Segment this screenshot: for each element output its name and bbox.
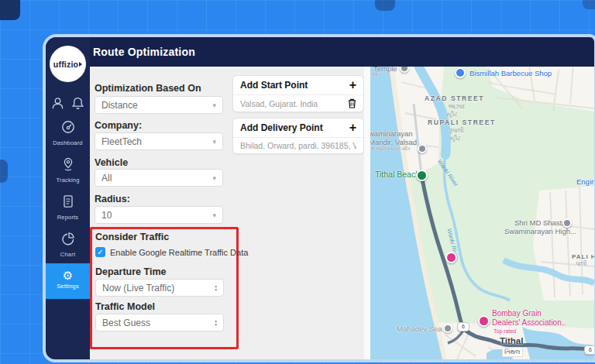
chevron-down-icon: ▾	[212, 211, 216, 219]
up-down-arrows-icon: ▴▾	[215, 284, 217, 291]
background-decor-square	[375, 0, 395, 11]
app-logo[interactable]: uffizio	[50, 46, 86, 82]
map-label-bombay-grain[interactable]: Bombay Grain	[492, 309, 542, 318]
map-label-azad-street-gujarati: આઝાદ	[448, 103, 466, 111]
radius-select-value: 10	[101, 210, 112, 221]
logo-text: uffizio	[53, 60, 78, 69]
add-delivery-point-button[interactable]: +	[349, 122, 356, 134]
vehicle-select[interactable]: All ▾	[95, 169, 223, 187]
sidebar-item-chart[interactable]: Chart	[46, 231, 90, 258]
chevron-down-icon: ▾	[212, 174, 216, 182]
traffic-model-select[interactable]: Best Guess ▴▾	[95, 314, 224, 331]
sidebar-item-reports[interactable]: Reports	[46, 194, 90, 221]
map-label-bombay-grain[interactable]: Dealers' Association..	[492, 318, 566, 327]
map-label-pali-gujarati: પાલી	[576, 260, 587, 268]
map-label-shri-md-shastri: Shri MD Shastri	[514, 218, 566, 227]
start-point-address: Valsad, Gujarat. India	[240, 99, 318, 108]
sidebar-item-label: Dashboard	[46, 139, 90, 146]
app-window: Route Optimization uffizio	[43, 34, 595, 362]
vehicle-select-value: All	[101, 173, 112, 184]
delivery-point-card: Add Delivery Point + Bhilad, Orward, par…	[232, 118, 364, 154]
company-select[interactable]: FleetTech ▾	[95, 132, 223, 150]
map-label-shri-md-shastri: Swaminarayan High...	[504, 227, 576, 235]
map-label-rupali-street-gujarati: સ્ટ્રીટ	[449, 135, 461, 143]
add-start-point-button[interactable]: +	[349, 79, 356, 91]
traffic-checkbox-row: ✓ Enable Google Realtime Traffic Data	[95, 247, 248, 257]
map-label-top-rated: Top rated	[494, 328, 516, 334]
company-label: Company:	[95, 120, 142, 131]
location-pin-icon	[60, 156, 76, 172]
map-label-swaminarayan-mandir-gujarati: શ્રી સ્વામિનારાયણ મંદિર	[370, 146, 411, 152]
background-decor-square	[0, 160, 8, 183]
speedometer-icon	[60, 119, 76, 135]
bell-icon[interactable]	[71, 96, 85, 111]
pie-chart-icon	[60, 231, 76, 246]
panel-edge	[364, 67, 370, 359]
start-point-title: Add Start Point	[240, 80, 308, 91]
user-icon[interactable]	[50, 96, 65, 111]
map-label-azad-street-gujarati: સ્ટ્રીટ	[446, 111, 458, 118]
company-select-value: FleetTech	[101, 136, 142, 147]
departure-time-select[interactable]: Now (Live Traffic) ▴▾	[95, 279, 224, 297]
document-icon	[60, 194, 76, 209]
sidebar: uffizio Dashboard	[46, 37, 90, 359]
radius-select[interactable]: 10 ▾	[95, 206, 223, 224]
start-point-card: Add Start Point + Valsad, Gujarat. India	[232, 75, 364, 112]
optimization-select[interactable]: Distance ▾	[95, 96, 223, 114]
map-label-azad-street: AZAD STREET	[425, 94, 484, 102]
desktop-background: Route Optimization uffizio	[0, 0, 595, 364]
background-decor-square	[0, 0, 20, 20]
sidebar-item-label: Settings	[46, 283, 90, 290]
traffic-model-label: Traffic Model	[95, 301, 155, 312]
sidebar-item-dashboard[interactable]: Dashboard	[46, 119, 90, 146]
map-marker-poi-pink[interactable]	[445, 252, 457, 263]
map-label-swaminarayan-mandir: Mandir, Valsad	[370, 138, 417, 146]
departure-time-label: Departure Time	[95, 266, 166, 277]
map-label-mahadev-sea: Mahadev Sea	[397, 325, 442, 333]
map-label-swaminarayan-mandir: waminarayan	[370, 129, 413, 138]
sidebar-item-settings[interactable]: ⚙ Settings	[46, 263, 90, 299]
sidebar-item-label: Reports	[46, 214, 90, 221]
map-marker-bombay-grain[interactable]	[478, 315, 490, 327]
map-label-bismillah-barbecue-shop[interactable]: Bismillah Barbecue Shop	[469, 69, 552, 77]
sidebar-item-label: Tracking	[46, 177, 90, 184]
background-decor-square	[583, 0, 595, 9]
map-label-tithal-town-gujarati: તિથલ	[502, 347, 523, 357]
check-icon: ✓	[97, 248, 103, 256]
map-label-tithal-town: Tithal	[500, 336, 523, 345]
radius-label: Radius:	[95, 194, 130, 204]
optimization-label: Optimization Based On	[95, 83, 201, 94]
vehicle-label: Vehicle	[95, 157, 128, 168]
gear-icon: ⚙	[46, 270, 90, 281]
route-shield-icon: 6	[457, 322, 469, 331]
map-marker-bismillah[interactable]	[455, 67, 466, 78]
traffic-checkbox[interactable]: ✓	[95, 247, 105, 257]
logo-arrow-icon	[79, 62, 82, 67]
map-marker-route-start[interactable]	[416, 170, 428, 181]
sidebar-item-tracking[interactable]: Tracking	[46, 156, 90, 184]
map-label-tithal-beach[interactable]: Tithal Beach	[375, 170, 420, 179]
departure-time-select-value: Now (Live Traffic)	[102, 283, 174, 294]
map-label-rupali-street-gujarati: રૂપાલી	[449, 127, 464, 135]
map[interactable]: Temple મંદિર Bismillah Barbecue Shop AZA…	[370, 67, 594, 359]
chevron-down-icon: ▾	[212, 101, 216, 109]
page-title: Route Optimization	[93, 46, 195, 58]
map-marker-mandir[interactable]	[418, 144, 427, 153]
map-label-engineering: Engin	[576, 177, 594, 186]
map-label-rupali-street: RUPALI STREET	[428, 118, 496, 126]
route-shield-icon: 6	[584, 345, 594, 355]
trash-icon[interactable]	[348, 98, 356, 108]
consider-traffic-label: Consider Traffic	[95, 232, 169, 242]
traffic-model-select-value: Best Guess	[102, 318, 150, 328]
up-down-arrows-icon: ▴▾	[215, 319, 217, 326]
map-label-pali: PALI H	[572, 253, 594, 260]
chevron-down-icon: ▾	[212, 138, 216, 146]
traffic-checkbox-label: Enable Google Realtime Traffic Data	[110, 248, 248, 257]
map-label-temple-gujarati: મંદિર	[372, 72, 381, 77]
map-marker-mahadev-sea[interactable]	[443, 324, 452, 333]
delivery-point-address: Bhilad, Orward, pardi. 396185, Va...	[240, 141, 356, 150]
app-header: Route Optimization	[46, 37, 594, 67]
delivery-point-title: Add Delivery Point	[240, 122, 323, 133]
sidebar-item-label: Chart	[46, 251, 90, 258]
map-marker-shastri-school[interactable]	[562, 218, 572, 228]
